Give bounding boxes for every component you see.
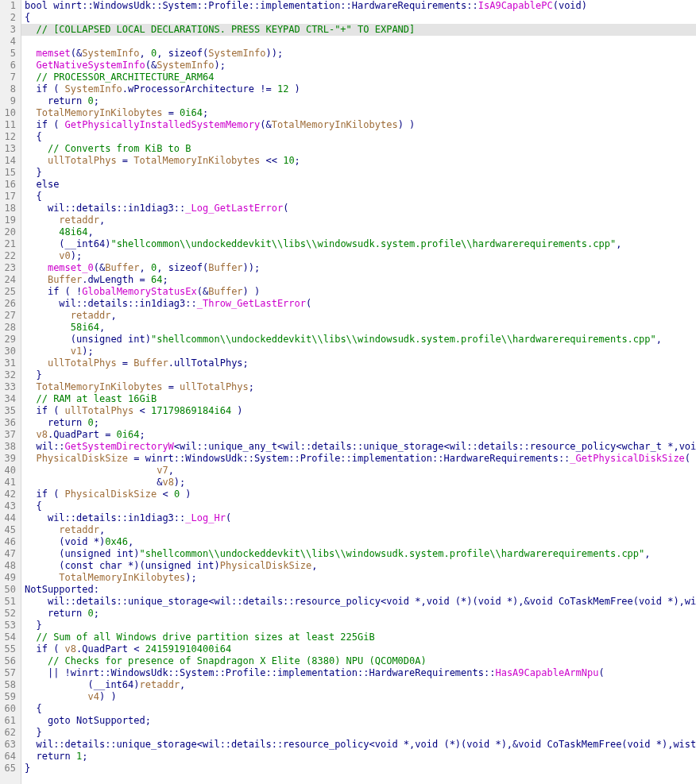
line-number: 36 <box>0 417 19 429</box>
code-line[interactable]: NotSupported: <box>21 584 696 596</box>
token-type: __int64 <box>94 679 134 690</box>
code-line[interactable] <box>21 36 696 48</box>
code-line[interactable]: wil::details::in1diag3::_Log_GetLastErro… <box>21 203 696 214</box>
code-line[interactable]: (unsigned int)"shellcommon\\undockeddevk… <box>21 548 696 560</box>
code-line[interactable]: { <box>21 131 696 143</box>
code-line[interactable]: (__int64)retaddr, <box>21 679 696 691</box>
code-line[interactable]: return 0; <box>21 417 696 429</box>
token-pl: , <box>99 214 105 226</box>
token-cmt: // [COLLAPSED LOCAL DECLARATIONS. PRESS … <box>36 24 415 35</box>
code-line[interactable]: goto NotSupported; <box>21 715 696 727</box>
code-line[interactable]: Buffer.dwLength = 64; <box>21 274 696 286</box>
code-line[interactable]: GetNativeSystemInfo(&SystemInfo); <box>21 60 696 71</box>
code-line[interactable]: } <box>21 167 696 179</box>
code-line[interactable]: v1); <box>21 346 696 357</box>
code-line[interactable]: { <box>21 12 696 24</box>
code-line[interactable]: TotalMemoryInKilobytes = 0i64; <box>21 107 696 119</box>
code-line[interactable]: } <box>21 763 696 774</box>
code-line[interactable]: v4) ) <box>21 691 696 703</box>
code-line[interactable]: { <box>21 500 696 512</box>
token-pl: .ullTotalPhys; <box>168 357 249 369</box>
code-line[interactable]: TotalMemoryInKilobytes = ullTotalPhys; <box>21 381 696 393</box>
code-line[interactable]: wil::details::in1diag3::_Throw_GetLastEr… <box>21 298 696 310</box>
code-pane[interactable]: bool winrt::WindowsUdk::System::Profile:… <box>21 0 696 784</box>
token-pl: *)( <box>128 560 145 571</box>
line-number: 53 <box>0 620 19 631</box>
code-line[interactable]: &v8); <box>21 477 696 489</box>
code-line[interactable]: // RAM at least 16GiB <box>21 393 696 405</box>
code-line[interactable]: if ( PhysicalDiskSize < 0 ) <box>21 489 696 500</box>
token-pl: ); <box>214 60 225 71</box>
line-number: 35 <box>0 405 19 417</box>
token-var: v7 <box>157 465 168 476</box>
token-pl: < <box>157 489 174 500</box>
code-line[interactable]: } <box>21 369 696 381</box>
token-num: 0i64 <box>117 429 140 440</box>
line-number: 19 <box>0 214 19 226</box>
code-line[interactable]: else <box>21 179 696 191</box>
decompiler-code-viewer[interactable]: 1234567891011121314151617181920212223242… <box>0 0 696 784</box>
line-number: 37 <box>0 429 19 441</box>
code-line[interactable]: wil::details::in1diag3::_Log_Hr( <box>21 512 696 524</box>
token-pl: wil::details::in1diag3:: <box>59 298 196 309</box>
code-line[interactable]: { <box>21 703 696 715</box>
code-line[interactable]: PhysicalDiskSize = winrt::WindowsUdk::Sy… <box>21 453 696 465</box>
token-pl: = winrt::WindowsUdk::System::Profile::im… <box>128 453 570 464</box>
code-line[interactable]: } <box>21 620 696 631</box>
code-line[interactable]: { <box>21 191 696 203</box>
code-line[interactable]: memset(&SystemInfo, 0, sizeof(SystemInfo… <box>21 48 696 60</box>
code-line[interactable]: // PROCESSOR_ARCHITECTURE_ARM64 <box>21 71 696 83</box>
code-line[interactable]: if ( GetPhysicallyInstalledSystemMemory(… <box>21 119 696 131</box>
code-line[interactable]: retaddr, <box>21 310 696 322</box>
code-line[interactable]: // Checks for presence of Snapdragon X E… <box>21 655 696 667</box>
code-line[interactable]: // Converts from KiB to B <box>21 143 696 155</box>
token-pl: ) <box>145 334 151 345</box>
code-line[interactable]: v7, <box>21 465 696 477</box>
token-fn: _Log_GetLastError <box>185 203 283 214</box>
code-line[interactable]: ullTotalPhys = Buffer.ullTotalPhys; <box>21 357 696 369</box>
line-number: 2 <box>0 12 19 24</box>
code-line[interactable]: memset_0(&Buffer, 0, sizeof(Buffer)); <box>21 262 696 274</box>
code-line[interactable]: v8.QuadPart = 0i64; <box>21 429 696 441</box>
code-line[interactable]: retaddr, <box>21 214 696 226</box>
code-line[interactable]: TotalMemoryInKilobytes); <box>21 572 696 584</box>
code-line[interactable]: v0); <box>21 250 696 262</box>
token-pl: , <box>157 48 168 59</box>
line-number: 16 <box>0 179 19 191</box>
code-line[interactable]: } <box>21 727 696 739</box>
code-line[interactable]: if ( !GlobalMemoryStatusEx(&Buffer) ) <box>21 286 696 298</box>
code-line[interactable]: wil::GetSystemDirectoryW<wil::unique_any… <box>21 441 696 453</box>
line-number: 13 <box>0 143 19 155</box>
token-var: PhysicalDiskSize <box>220 560 312 571</box>
code-line[interactable]: 58i64, <box>21 322 696 334</box>
code-line[interactable]: if ( v8.QuadPart < 241591910400i64 <box>21 643 696 655</box>
code-line[interactable]: (const char *)(unsigned int)PhysicalDisk… <box>21 560 696 572</box>
token-pl: (& <box>197 286 208 297</box>
code-line[interactable]: wil::details::unique_storage<wil::detail… <box>21 739 696 751</box>
token-var: PhysicalDiskSize <box>36 453 128 464</box>
line-number: 52 <box>0 608 19 620</box>
code-line[interactable]: return 1; <box>21 751 696 763</box>
code-line[interactable]: // [COLLAPSED LOCAL DECLARATIONS. PRESS … <box>21 24 696 36</box>
token-fn: GetPhysicallyInstalledSystemMemory <box>65 119 261 130</box>
code-line[interactable]: return 0; <box>21 95 696 107</box>
code-line[interactable]: return 0; <box>21 608 696 620</box>
code-line[interactable]: retaddr, <box>21 524 696 536</box>
token-var: PhysicalDiskSize <box>65 489 157 500</box>
code-line[interactable]: ullTotalPhys = TotalMemoryInKilobytes <<… <box>21 155 696 167</box>
code-line[interactable]: || !winrt::WindowsUdk::System::Profile::… <box>21 667 696 679</box>
code-line[interactable]: if ( ullTotalPhys < 17179869184i64 ) <box>21 405 696 417</box>
code-line[interactable]: (void *)0x46, <box>21 536 696 548</box>
code-line[interactable]: // Sum of all Windows drive partition si… <box>21 631 696 643</box>
token-pl: ( <box>306 298 311 309</box>
code-line[interactable]: wil::details::unique_storage<wil::detail… <box>21 596 696 608</box>
code-line[interactable]: bool winrt::WindowsUdk::System::Profile:… <box>21 0 696 12</box>
token-pl: ) ) <box>243 286 261 297</box>
code-line[interactable]: (unsigned int)"shellcommon\\undockeddevk… <box>21 334 696 346</box>
token-pl: = <box>162 381 180 392</box>
token-var: v8 <box>65 643 76 655</box>
code-line[interactable]: 48i64, <box>21 226 696 238</box>
token-var: TotalMemoryInKilobytes <box>36 381 162 392</box>
code-line[interactable]: (__int64)"shellcommon\\undockeddevkit\\l… <box>21 238 696 250</box>
code-line[interactable]: if ( SystemInfo.wProcessorArchitecture !… <box>21 83 696 95</box>
